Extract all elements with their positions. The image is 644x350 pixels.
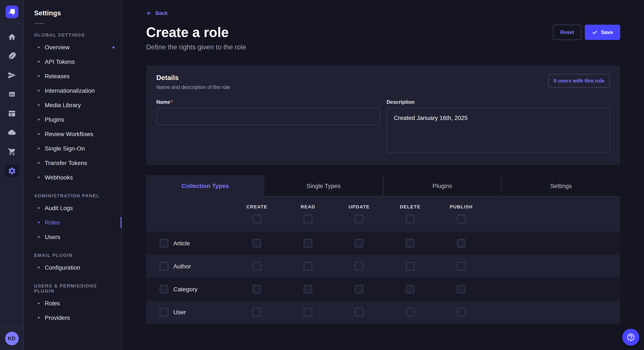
users-with-role-button[interactable]: 0 users with this role: [548, 74, 610, 88]
category-read-checkbox[interactable]: [304, 285, 312, 293]
sidebar-item-audit-logs[interactable]: Audit Logs: [24, 201, 122, 215]
select-all-update-checkbox[interactable]: [355, 215, 363, 223]
sidebar-item-providers[interactable]: Providers: [24, 311, 122, 325]
category-delete-checkbox[interactable]: [406, 285, 414, 293]
rail-footer-divider: [0, 327, 24, 327]
bullet-icon: [38, 267, 40, 268]
author-read-checkbox[interactable]: [304, 262, 312, 270]
user-avatar[interactable]: KD: [5, 332, 18, 345]
article-publish-checkbox[interactable]: [457, 239, 466, 247]
row-label: User: [173, 309, 186, 316]
content-type-builder-layout-icon[interactable]: [5, 107, 18, 120]
rail-footer: KD: [0, 327, 24, 350]
row-select-checkbox[interactable]: [160, 239, 168, 247]
category-publish-checkbox[interactable]: [457, 285, 466, 293]
arrow-left-icon: [146, 10, 152, 16]
bullet-icon: [38, 302, 40, 304]
row-select-checkbox[interactable]: [160, 285, 168, 293]
help-button[interactable]: [622, 329, 639, 346]
media-library-images-icon[interactable]: [5, 88, 18, 101]
subnav-title: Settings: [24, 9, 122, 17]
content-manager-feather-icon[interactable]: [5, 49, 18, 63]
article-delete-checkbox[interactable]: [406, 239, 414, 247]
check-icon: [592, 29, 598, 35]
bullet-icon: [38, 222, 40, 223]
description-textarea[interactable]: Created January 16th, 2025: [386, 108, 610, 153]
sidebar-item-single-sign-on[interactable]: Single Sign-On: [24, 141, 122, 156]
permission-row-author: Author: [146, 255, 620, 278]
name-input[interactable]: [156, 108, 380, 125]
question-mark-icon: [626, 333, 635, 342]
bullet-icon: [38, 133, 40, 135]
user-read-checkbox[interactable]: [304, 308, 312, 316]
row-select-checkbox[interactable]: [160, 262, 168, 270]
tab-settings[interactable]: Settings: [502, 175, 620, 196]
sidebar-item-roles-up[interactable]: Roles: [24, 296, 122, 311]
permission-row-category: Category: [146, 278, 620, 301]
user-publish-checkbox[interactable]: [457, 308, 466, 316]
strapi-logo[interactable]: [5, 5, 18, 18]
bullet-icon: [38, 46, 40, 48]
rail-icons: [5, 24, 18, 183]
page-header: Create a role Define the rights given to…: [146, 24, 620, 51]
section-administration-panel: ADMINISTRATION PANEL: [34, 193, 111, 198]
column-header-read: READ: [282, 204, 334, 209]
main-content: Back Create a role Define the rights giv…: [122, 0, 644, 350]
row-select-checkbox[interactable]: [160, 308, 168, 316]
tab-single-types[interactable]: Single Types: [264, 175, 383, 196]
settings-gear-icon[interactable]: [5, 164, 18, 178]
save-button[interactable]: Save: [585, 25, 620, 40]
select-all-read-checkbox[interactable]: [304, 215, 312, 223]
author-publish-checkbox[interactable]: [457, 262, 466, 270]
sidebar-item-transfer-tokens[interactable]: Transfer Tokens: [24, 156, 122, 170]
sidebar-item-review-workflows[interactable]: Review Workflows: [24, 127, 122, 141]
name-label: Name*: [156, 99, 173, 105]
sidebar-item-media-library[interactable]: Media Library: [24, 98, 122, 112]
article-create-checkbox[interactable]: [252, 239, 261, 247]
user-update-checkbox[interactable]: [355, 308, 363, 316]
bullet-icon: [38, 61, 40, 62]
marketplace-cart-icon[interactable]: [5, 145, 18, 159]
sidebar-item-releases[interactable]: Releases: [24, 69, 122, 83]
select-all-create-checkbox[interactable]: [252, 215, 261, 223]
tab-collection-types[interactable]: Collection Types: [146, 175, 264, 196]
select-all-publish-checkbox[interactable]: [457, 215, 466, 223]
user-delete-checkbox[interactable]: [406, 308, 414, 316]
bullet-icon: [38, 162, 40, 164]
sidebar-item-overview[interactable]: Overview: [24, 40, 122, 54]
bullet-icon: [38, 90, 40, 91]
permissions-table-header: CREATE READ UPDATE DELETE PUBLISH: [146, 196, 620, 232]
sidebar-item-internationalization[interactable]: Internationalization: [24, 83, 122, 98]
description-field-group: Description Created January 16th, 2025: [386, 98, 610, 155]
article-update-checkbox[interactable]: [355, 239, 363, 247]
select-all-delete-checkbox[interactable]: [406, 215, 414, 223]
permission-row-article: Article: [146, 232, 620, 255]
column-header-update: UPDATE: [334, 204, 384, 209]
details-title: Details: [156, 74, 230, 82]
sidebar-item-api-tokens[interactable]: API Tokens: [24, 54, 122, 69]
author-delete-checkbox[interactable]: [406, 262, 414, 270]
column-header-delete: DELETE: [384, 204, 436, 209]
sidebar-item-users[interactable]: Users: [24, 230, 122, 244]
category-create-checkbox[interactable]: [252, 285, 261, 293]
home-icon[interactable]: [5, 30, 18, 44]
details-card-header: Details Name and description of the role…: [156, 74, 610, 90]
article-read-checkbox[interactable]: [304, 239, 312, 247]
tab-plugins[interactable]: Plugins: [383, 175, 502, 196]
section-users-permissions-plugin: USERS & PERMISSIONS PLUGIN: [34, 283, 111, 293]
category-update-checkbox[interactable]: [355, 285, 363, 293]
releases-paper-plane-icon[interactable]: [5, 68, 18, 82]
details-card: Details Name and description of the role…: [146, 65, 620, 165]
deploy-cloud-icon[interactable]: [5, 126, 18, 140]
author-update-checkbox[interactable]: [355, 262, 363, 270]
bullet-icon: [38, 75, 40, 77]
sidebar-item-plugins[interactable]: Plugins: [24, 112, 122, 127]
bullet-icon: [38, 317, 40, 319]
sidebar-item-configuration[interactable]: Configuration: [24, 260, 122, 275]
sidebar-item-roles-admin[interactable]: Roles: [24, 215, 122, 230]
back-link[interactable]: Back: [146, 10, 168, 16]
reset-button[interactable]: Reset: [553, 25, 582, 40]
author-create-checkbox[interactable]: [252, 262, 261, 270]
user-create-checkbox[interactable]: [252, 308, 261, 316]
sidebar-item-webhooks[interactable]: Webhooks: [24, 170, 122, 184]
